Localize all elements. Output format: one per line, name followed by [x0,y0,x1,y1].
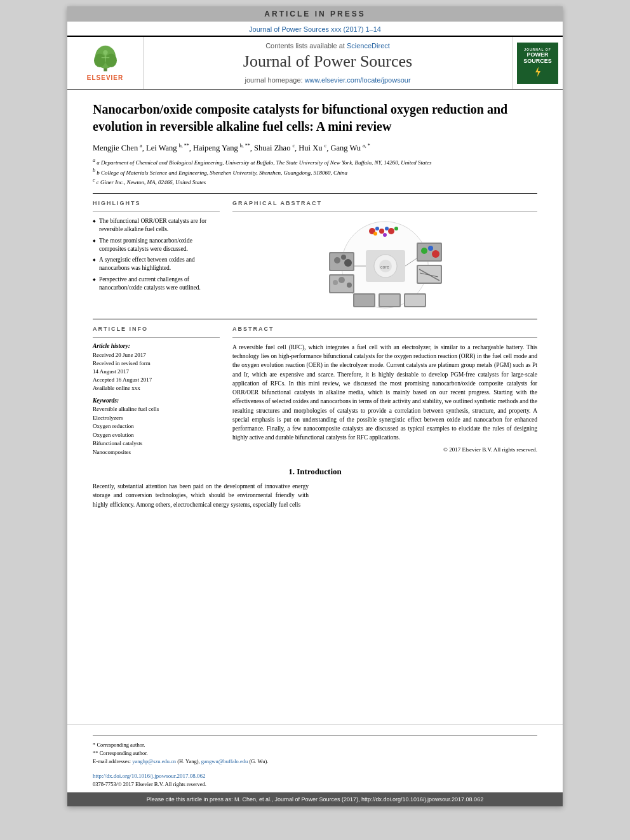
keyword-5: Bifunctional catalysts [93,439,220,448]
keyword-6: Nanocomposites [93,448,220,457]
lightning-icon [532,65,544,78]
journal-title: Journal of Power Sources [243,52,412,71]
graphical-abstract-divider [232,211,537,212]
abstract-heading: ABSTRACT [232,326,537,332]
svg-point-32 [432,250,439,258]
article-in-press-banner: ARTICLE IN PRESS [67,6,563,22]
elsevier-logo-area: ELSEVIER [67,37,144,89]
svg-rect-34 [418,266,441,283]
history-accepted: Accepted 16 August 2017 [93,376,220,384]
intro-col-2 [321,482,537,509]
highlight-1: The bifunctional ORR/OER catalysts are f… [93,217,220,234]
svg-point-15 [394,227,398,230]
svg-point-27 [347,283,352,288]
svg-point-25 [333,280,338,285]
svg-point-22 [344,259,352,267]
doi-line: http://dx.doi.org/10.1016/j.jpowsour.201… [93,769,537,780]
footer-notes: * Corresponding author. ** Corresponding… [67,724,563,792]
logo-line1: JOURNAL OF [524,48,551,51]
svg-point-13 [385,227,389,230]
intro-paragraph-1: Recently, substantial attention has been… [93,482,309,509]
highlight-3: A synergistic effect between oxides and … [93,256,220,273]
svg-point-12 [379,229,384,234]
homepage-text: journal homepage: [245,76,302,84]
author-shuai: Shuai Zhao c, [254,143,298,152]
graphical-abstract-svg: core [321,217,448,312]
svg-point-3 [105,53,117,67]
email-link-1[interactable]: yanghp@szu.edu.cn [132,758,176,764]
keyword-2: Electrolyzers [93,414,220,423]
banner-text: ARTICLE IN PRESS [264,10,365,18]
journal-logo-area: JOURNAL OF POWER SOURCES [512,37,563,89]
page: ARTICLE IN PRESS Journal of Power Source… [67,6,563,806]
svg-rect-40 [380,295,399,306]
corresponding-note-2: ** Corresponding author. [93,749,537,757]
highlights-divider [93,211,220,212]
graphical-abstract-col: GRAPHICAL ABSTRACT [232,200,537,312]
journal-ref-line: Journal of Power Sources xxx (2017) 1–14 [67,22,563,36]
homepage-line: journal homepage: www.elsevier.com/locat… [245,76,410,84]
issn-line: 0378-7753/© 2017 Elsevier B.V. All right… [93,780,537,789]
history-revised-label: Received in revised form [93,359,220,368]
homepage-link[interactable]: www.elsevier.com/locate/jpowsour [305,76,411,84]
abstract-divider [232,337,537,338]
history-online: Available online xxx [93,384,220,392]
contents-text: Contents lists available at [265,42,345,50]
keyword-3: Oxygen reduction [93,422,220,431]
highlights-heading: HIGHLIGHTS [93,200,220,206]
author-gang: Gang Wu a, * [330,143,370,152]
article-info-col: ARTICLE INFO Article history: Received 2… [93,326,220,457]
abstract-col: ABSTRACT A reversible fuel cell (RFC), w… [232,326,537,457]
email1-name: (H. Yang), [177,758,199,764]
abstract-text: A reversible fuel cell (RFC), which inte… [232,343,537,443]
keyword-1: Reversible alkaline fuel cells [93,405,220,414]
author-haipeng: Haipeng Yang b, **, [193,143,254,152]
doi-link[interactable]: http://dx.doi.org/10.1016/j.jpowsour.201… [93,773,206,779]
elsevier-label: ELSEVIER [87,74,123,81]
corresponding-note-1: * Corresponding author. [93,741,537,749]
history-revised-date: 14 August 2017 [93,368,220,376]
author-mengjie: Mengjie Chen a, [93,143,146,152]
svg-point-11 [375,227,379,230]
divider-2 [93,319,537,319]
affiliation-c: c c Giner Inc., Newton, MA, 02466, Unite… [93,177,537,187]
article-info-heading: ARTICLE INFO [93,326,220,332]
author-lei: Lei Wang b, **, [146,143,193,152]
svg-point-30 [421,248,427,254]
email2-name: (G. Wu). [249,758,268,764]
svg-point-21 [341,255,346,260]
elsevier-tree-icon [86,44,124,73]
highlights-graphical-section: HIGHLIGHTS The bifunctional ORR/OER cata… [93,200,537,312]
contents-line: Contents lists available at ScienceDirec… [265,42,390,50]
elsevier-logo: ELSEVIER [86,44,124,81]
affiliations: a a Department of Chemical and Biologica… [93,157,537,187]
email-link-2[interactable]: gangwu@buffalo.edu [201,758,248,764]
svg-point-31 [428,246,433,251]
history-received: Received 20 June 2017 [93,351,220,359]
introduction-heading: 1. Introduction [93,467,537,477]
article-info-abstract-section: ARTICLE INFO Article history: Received 2… [93,326,537,457]
history-label: Article history: [93,343,220,349]
svg-point-16 [373,232,377,236]
svg-rect-38 [354,295,374,306]
journal-logo: JOURNAL OF POWER SOURCES [517,43,558,84]
footer-divider [93,735,537,736]
svg-rect-42 [405,295,425,306]
divider-1 [93,193,537,194]
highlights-col: HIGHLIGHTS The bifunctional ORR/OER cata… [93,200,220,312]
svg-point-17 [383,233,387,237]
keyword-4: Oxygen evolution [93,431,220,440]
svg-point-26 [338,277,345,283]
introduction-content: Recently, substantial attention has been… [93,482,537,509]
graphical-abstract-container: core [321,217,448,312]
copyright-text: © 2017 Elsevier B.V. All rights reserved… [232,446,537,453]
article-info-divider [93,337,220,338]
journal-info-center: Contents lists available at ScienceDirec… [144,37,512,89]
sciencedirect-link[interactable]: ScienceDirect [347,42,390,50]
article-body: Nanocarbon/oxide composite catalysts for… [67,90,563,724]
bottom-citation-bar: Please cite this article in press as: M.… [67,792,563,806]
graphical-abstract-heading: GRAPHICAL ABSTRACT [232,200,537,206]
bottom-bar-text: Please cite this article in press as: M.… [147,796,483,803]
article-title: Nanocarbon/oxide composite catalysts for… [93,101,537,135]
intro-title: Introduction [297,467,342,476]
